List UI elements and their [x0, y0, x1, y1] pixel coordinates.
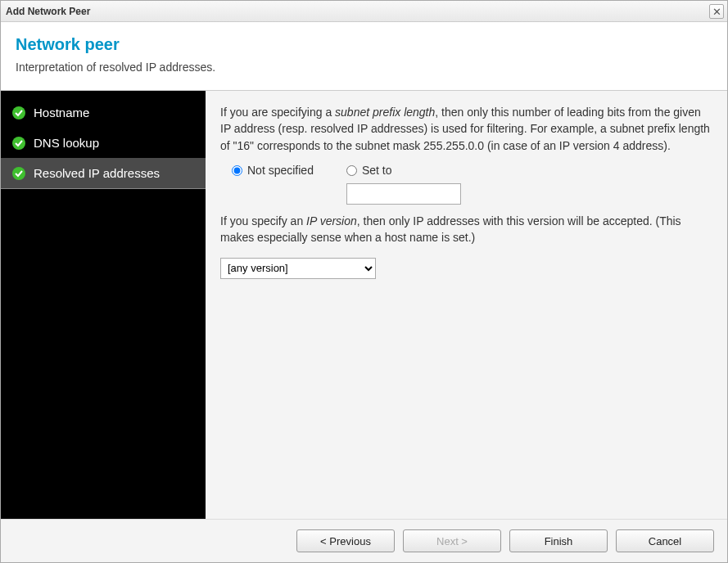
- sidebar-item-resolved-ip[interactable]: Resolved IP addresses: [1, 158, 206, 189]
- close-icon: ✕: [712, 7, 721, 17]
- dialog: Add Network Peer ✕ Network peer Interpre…: [0, 0, 728, 563]
- page-subtitle: Interpretation of resolved IP addresses.: [16, 61, 712, 74]
- sidebar-item-label: Hostname: [34, 106, 89, 119]
- sidebar-item-dns-lookup[interactable]: DNS lookup: [1, 128, 206, 158]
- cancel-button[interactable]: Cancel: [616, 529, 714, 552]
- content: If you are specifying a subnet prefix le…: [206, 91, 727, 519]
- body: Hostname DNS lookup Resolved IP addresse…: [1, 91, 727, 519]
- next-button: Next >: [403, 529, 501, 552]
- titlebar: Add Network Peer ✕: [1, 1, 727, 22]
- footer: < Previous Next > Finish Cancel: [1, 519, 727, 562]
- radio-set-to-input[interactable]: [346, 165, 357, 176]
- ip-version-select[interactable]: [any version]: [220, 258, 376, 279]
- radio-not-specified-label: Not specified: [247, 162, 314, 178]
- subnet-description: If you are specifying a subnet prefix le…: [220, 104, 712, 154]
- sidebar: Hostname DNS lookup Resolved IP addresse…: [1, 91, 206, 519]
- prefix-length-input[interactable]: [346, 183, 461, 205]
- check-icon: [12, 106, 25, 119]
- radio-not-specified[interactable]: Not specified: [232, 162, 314, 178]
- radio-set-to-label: Set to: [362, 162, 392, 178]
- finish-button[interactable]: Finish: [509, 529, 608, 552]
- header: Network peer Interpretation of resolved …: [1, 22, 727, 91]
- radio-not-specified-input[interactable]: [232, 165, 242, 176]
- close-button[interactable]: ✕: [709, 4, 724, 19]
- check-icon: [12, 167, 25, 180]
- page-title: Network peer: [16, 35, 712, 54]
- previous-button[interactable]: < Previous: [296, 529, 395, 552]
- sidebar-item-hostname[interactable]: Hostname: [1, 97, 206, 128]
- radio-set-to[interactable]: Set to: [346, 162, 461, 178]
- check-icon: [12, 137, 25, 150]
- sidebar-item-label: DNS lookup: [34, 136, 99, 150]
- ip-version-description: If you specify an IP version, then only …: [220, 213, 712, 246]
- dialog-title: Add Network Peer: [6, 6, 90, 17]
- subnet-prefix-radio-group: Not specified Set to: [232, 162, 712, 205]
- sidebar-item-label: Resolved IP addresses: [34, 166, 160, 180]
